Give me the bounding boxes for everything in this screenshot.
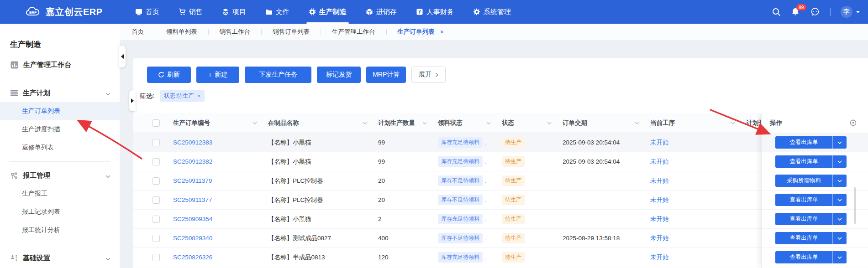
row-action-button[interactable]: 查看出库单 [775, 251, 832, 263]
row-checkbox[interactable] [153, 139, 160, 146]
nav-item-manufacturing[interactable]: 生产制造 [299, 0, 356, 24]
row-checkbox[interactable] [153, 216, 160, 223]
column-header-order_no[interactable]: 生产订单编号 [167, 113, 262, 133]
tab-production-order-list[interactable]: 生产订单列表 × [387, 28, 455, 36]
row-checkbox[interactable] [153, 235, 160, 242]
column-header-status[interactable]: 状态 [495, 113, 556, 133]
sidebar-item-production-report[interactable]: 生产报工 [0, 185, 120, 203]
sidebar-group-base-settings[interactable]: 基础设置 [0, 249, 120, 267]
sort-chevron-icon[interactable] [363, 122, 367, 124]
column-header-product[interactable]: 在制品名称 [262, 113, 372, 133]
column-header-qty[interactable]: 计划生产数量 [372, 113, 431, 133]
sort-chevron-icon[interactable] [422, 122, 427, 124]
column-header-process[interactable]: 当前工序 [644, 113, 740, 133]
row-action-dropdown[interactable] [832, 175, 847, 187]
current-process-link[interactable]: 未开始 [650, 253, 669, 262]
sidebar-group-work-report[interactable]: 报工管理 [0, 166, 120, 185]
order-number-link[interactable]: SC250912382 [173, 158, 212, 165]
current-process-link[interactable]: 未开始 [650, 234, 669, 242]
select-all-checkbox[interactable] [153, 119, 160, 127]
current-process-link[interactable]: 未开始 [650, 196, 669, 204]
table-row[interactable]: SC250911379【名称】PLC控制器20库存不足待领料.待生产未开始 [133, 171, 868, 191]
dispatch-production-task-button[interactable]: 下发生产任务 [245, 67, 311, 83]
row-action-dropdown[interactable] [832, 213, 847, 225]
tab-close-icon[interactable]: × [440, 28, 444, 36]
row-action-dropdown[interactable] [832, 232, 847, 244]
nav-item-hr-finance[interactable]: ¥ 人事财务 [406, 0, 463, 24]
sidebar-item-report-records[interactable]: 报工记录列表 [0, 203, 120, 221]
order-number-link[interactable]: SC250826326 [173, 254, 212, 261]
sort-chevron-icon[interactable] [253, 122, 257, 124]
row-action-dropdown[interactable] [832, 194, 847, 206]
row-action-dropdown[interactable] [832, 155, 847, 168]
row-action-button[interactable]: 查看出库单 [775, 232, 832, 244]
sort-chevron-icon[interactable] [547, 122, 552, 124]
table-row[interactable]: SC250909354【名称】小黑猫2库存充足待领料.待生产未开始 [133, 210, 868, 229]
sort-chevron-icon[interactable] [731, 122, 735, 124]
table-row[interactable]: SC250912383【名称】小黑猫99库存充足待领料.待生产2025-09-0… [133, 133, 868, 152]
table-row[interactable]: SC250911377【名称】PLC控制器20库存不足待领料.待生产未开始 [133, 191, 868, 210]
current-process-link[interactable]: 未开始 [650, 177, 669, 185]
filter-tag-close-icon[interactable]: × [197, 93, 201, 99]
sidebar-group-production-plan[interactable]: 生产计划 [0, 84, 120, 102]
column-settings-icon[interactable] [850, 119, 857, 126]
sort-chevron-icon[interactable] [486, 122, 491, 124]
order-number-link[interactable]: SC250912383 [173, 139, 212, 146]
tab-home[interactable]: 首页 [132, 28, 155, 36]
row-action-split-button[interactable]: 查看出库单 [775, 194, 847, 206]
column-header-material_status[interactable]: 领料状态 [431, 113, 495, 133]
refresh-button[interactable]: 刷新 [147, 67, 191, 83]
row-action-split-button[interactable]: 查看出库单 [775, 232, 847, 244]
panel-expand-handle[interactable] [129, 90, 136, 111]
current-process-link[interactable]: 未开始 [650, 139, 669, 147]
current-process-link[interactable]: 未开始 [650, 215, 669, 223]
current-process-link[interactable]: 未开始 [650, 158, 669, 166]
nav-item-inventory[interactable]: 进销存 [356, 0, 406, 24]
new-button[interactable]: + 新建 [196, 67, 239, 83]
table-row[interactable]: SC250912382【名称】小黑猫99库存充足待领料.待生产2025-09-0… [133, 152, 868, 171]
nav-item-home[interactable]: 首页 [126, 0, 169, 24]
row-action-split-button[interactable]: 采购所需物料 [775, 175, 847, 187]
row-action-button[interactable]: 查看出库单 [775, 136, 832, 149]
order-number-link[interactable]: SC250911377 [173, 196, 212, 203]
nav-item-sales[interactable]: 销售 [169, 0, 212, 24]
row-action-button[interactable]: 查看出库单 [775, 155, 832, 168]
row-checkbox[interactable] [153, 254, 160, 261]
sidebar-item-rework-list[interactable]: 返修单列表 [0, 139, 120, 157]
sidebar-item-production-order-list[interactable]: 生产订单列表 [0, 102, 120, 120]
tab-production-workbench[interactable]: 生产管理工作台 [321, 28, 386, 36]
sidebar-item-production-workbench[interactable]: 生产管理工作台 [0, 55, 120, 74]
row-action-button[interactable]: 查看出库单 [775, 194, 832, 206]
row-checkbox[interactable] [153, 196, 160, 204]
nav-item-project[interactable]: 项目 [212, 0, 256, 24]
nav-item-system[interactable]: 系统管理 [463, 0, 521, 24]
sidebar-item-report-statistics[interactable]: 报工统计分析 [0, 221, 120, 239]
table-row[interactable]: SC250829340【名称】测试成品0827400库存不足待领料.待生产202… [133, 229, 868, 248]
sidebar-collapse-handle[interactable] [119, 46, 126, 67]
row-checkbox[interactable] [153, 177, 160, 185]
notifications-bell-icon[interactable]: 99 [791, 7, 800, 16]
row-action-split-button[interactable]: 查看出库单 [775, 136, 847, 149]
mark-shipped-button[interactable]: 标记发货 [317, 67, 361, 83]
order-number-link[interactable]: SC250911379 [173, 177, 212, 184]
sidebar-item-production-progress-scan[interactable]: 生产进度扫描 [0, 120, 120, 139]
mrp-calc-button[interactable]: MRP计算 [366, 67, 406, 83]
expand-button[interactable]: 展开 [411, 67, 446, 83]
tab-material-request-list[interactable]: 领料单列表 [155, 28, 208, 36]
row-action-dropdown[interactable] [832, 251, 847, 263]
sort-chevron-icon[interactable] [635, 122, 639, 124]
row-action-split-button[interactable]: 查看出库单 [775, 155, 847, 168]
nav-item-files[interactable]: 文件 [256, 0, 299, 24]
app-logo[interactable]: ERP 嘉立创云ERP [26, 6, 103, 18]
row-action-dropdown[interactable] [832, 136, 847, 149]
vertical-scrollbar-thumb[interactable] [854, 187, 856, 224]
order-number-link[interactable]: SC250829340 [173, 235, 212, 242]
tab-sales-order-list[interactable]: 销售订单列表 [262, 28, 321, 36]
row-checkbox[interactable] [153, 158, 160, 165]
row-action-split-button[interactable]: 查看出库单 [775, 251, 847, 263]
support-chat-icon[interactable] [810, 7, 820, 17]
order-number-link[interactable]: SC250909354 [173, 216, 212, 222]
column-header-due[interactable]: 订单交期 [556, 113, 644, 133]
filter-tag-status[interactable]: 状态:待生产 × [160, 90, 205, 102]
row-action-split-button[interactable]: 查看出库单 [775, 213, 847, 225]
